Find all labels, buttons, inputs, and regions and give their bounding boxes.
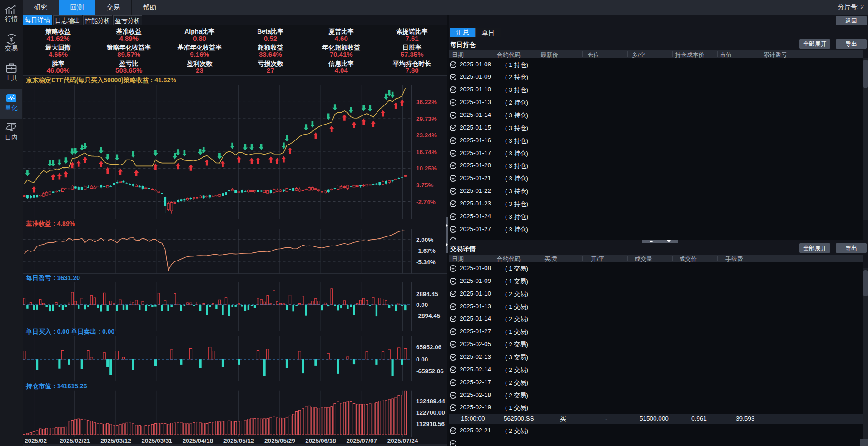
svg-text:2025/06/18: 2025/06/18: [305, 437, 336, 444]
svg-text:0.00: 0.00: [416, 301, 428, 308]
svg-text:2.00%: 2.00%: [416, 236, 433, 243]
svg-text:132489.44: 132489.44: [416, 398, 445, 405]
svg-text:2025/04/18: 2025/04/18: [183, 437, 213, 444]
svg-text:持仓市值 : 141615.26: 持仓市值 : 141615.26: [25, 382, 87, 390]
svg-text:2025/07/07: 2025/07/07: [347, 437, 377, 444]
svg-text:29.73%: 29.73%: [416, 115, 437, 122]
svg-text:单日买入 : 0.00 单日卖出 : 0.00: 单日买入 : 0.00 单日卖出 : 0.00: [25, 328, 114, 335]
svg-text:-2.74%: -2.74%: [416, 199, 436, 205]
svg-text:2894.45: 2894.45: [416, 291, 438, 297]
svg-text:16.74%: 16.74%: [416, 149, 437, 155]
svg-text:-2894.45: -2894.45: [416, 312, 441, 319]
svg-text:每日盈亏 : 1631.20: 每日盈亏 : 1631.20: [25, 274, 80, 281]
svg-text:36.22%: 36.22%: [416, 99, 437, 105]
svg-text:122700.00: 122700.00: [416, 409, 445, 416]
svg-text:3.75%: 3.75%: [416, 182, 433, 189]
svg-text:65952.06: 65952.06: [416, 344, 442, 351]
svg-text:2025/02: 2025/02: [25, 437, 47, 444]
svg-text:10.25%: 10.25%: [416, 165, 437, 172]
svg-text:-1.67%: -1.67%: [416, 247, 436, 254]
svg-text:0.00: 0.00: [416, 356, 428, 363]
svg-text:112910.56: 112910.56: [416, 421, 445, 427]
svg-text:-65952.06: -65952.06: [416, 368, 444, 375]
svg-text:2025/03/31: 2025/03/31: [141, 437, 172, 444]
svg-text:基准收益 : 4.89%: 基准收益 : 4.89%: [25, 220, 75, 227]
svg-text:京东稳定ETF代码(每只买入50000)策略收益 : 41.: 京东稳定ETF代码(每只买入50000)策略收益 : 41.62%: [25, 76, 176, 84]
svg-text:23.24%: 23.24%: [416, 132, 437, 139]
svg-text:2025/02/21: 2025/02/21: [60, 437, 90, 444]
svg-text:-5.34%: -5.34%: [416, 259, 436, 266]
svg-text:2025/07/24: 2025/07/24: [387, 437, 418, 444]
svg-text:2025/03/12: 2025/03/12: [100, 437, 131, 444]
svg-text:2025/05/12: 2025/05/12: [223, 437, 254, 444]
svg-text:2025/05/29: 2025/05/29: [264, 437, 295, 444]
